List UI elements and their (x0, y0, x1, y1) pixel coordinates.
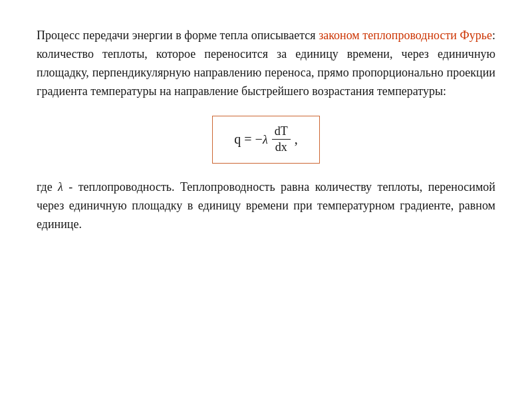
formula-denominator: dx (273, 140, 290, 155)
formula-left: q = −λ (234, 132, 267, 147)
main-paragraph: Процесс передачи энергии в форме тепла о… (37, 27, 495, 101)
formula-numerator: dT (272, 124, 291, 140)
formula-fraction: dT dx (272, 124, 291, 155)
formula-block: q = −λ dT dx , (37, 116, 495, 164)
formula-inner: q = −λ dT dx , (234, 124, 297, 155)
formula-box: q = −λ dT dx , (212, 116, 319, 164)
main-text-prefix: Процесс передачи энергии в форме тепла о… (37, 29, 319, 42)
highlight-text: законом теплопроводности Фурье (319, 29, 492, 42)
below-suffix: - теплопроводность. Теплопроводность рав… (37, 180, 495, 231)
page-container: Процесс передачи энергии в форме тепла о… (0, 0, 532, 399)
below-prefix: где (37, 180, 58, 194)
formula-comma: , (295, 132, 298, 147)
lambda-symbol-inline: λ (58, 180, 63, 194)
below-paragraph: где λ - теплопроводность. Теплопроводнос… (37, 178, 495, 234)
